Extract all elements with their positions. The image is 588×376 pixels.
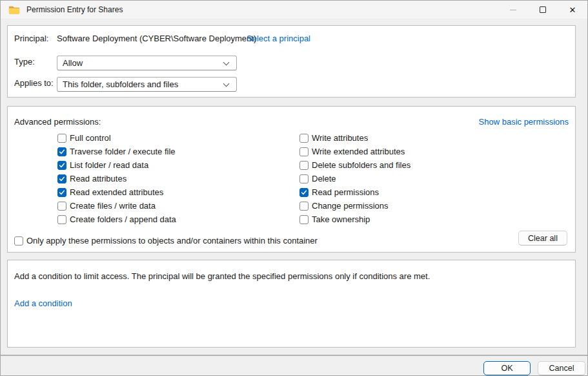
checkbox-unchecked-icon[interactable]	[299, 147, 309, 156]
permission-row[interactable]: Delete	[299, 172, 411, 185]
checkbox-checked-icon[interactable]	[57, 188, 66, 197]
permission-label: Read extended attributes	[70, 187, 163, 197]
chevron-down-icon	[223, 81, 230, 87]
checkbox-unchecked-icon[interactable]	[299, 215, 309, 224]
checkbox-unchecked-icon[interactable]	[57, 134, 66, 143]
add-condition-link[interactable]: Add a condition	[14, 298, 72, 308]
principal-value: Software Deployment (CYBER\Software Depl…	[57, 34, 256, 43]
permission-label: Take ownership	[312, 214, 370, 224]
permission-label: Delete subfolders and files	[312, 160, 411, 170]
show-basic-permissions-link[interactable]: Show basic permissions	[479, 117, 569, 127]
permission-label: Write attributes	[312, 133, 368, 143]
checkbox-checked-icon[interactable]	[299, 188, 309, 197]
only-apply-label: Only apply these permissions to objects …	[26, 236, 318, 245]
permission-row[interactable]: Create folders / append data	[57, 213, 176, 226]
permission-label: Create folders / append data	[70, 214, 176, 224]
permission-label: Write extended attributes	[312, 147, 405, 156]
permission-label: Change permissions	[312, 201, 389, 211]
only-apply-checkbox-row[interactable]: Only apply these permissions to objects …	[14, 234, 318, 247]
close-button[interactable]: ✕	[558, 1, 587, 19]
applies-to-dropdown[interactable]: This folder, subfolders and files	[57, 77, 237, 92]
maximize-icon	[540, 6, 546, 13]
close-icon: ✕	[569, 6, 576, 14]
permission-row[interactable]: List folder / read data	[57, 158, 176, 172]
principal-label: Principal:	[14, 34, 48, 43]
permission-row[interactable]: Write extended attributes	[299, 145, 411, 158]
permissions-right-column: Write attributesWrite extended attribute…	[299, 131, 411, 226]
ok-button[interactable]: OK	[483, 361, 531, 375]
permission-row[interactable]: Write attributes	[299, 131, 411, 145]
type-label: Type:	[14, 57, 35, 67]
minimize-icon	[510, 10, 516, 10]
checkbox-unchecked-icon[interactable]	[299, 174, 309, 183]
permission-label: List folder / read data	[70, 160, 148, 170]
permission-label: Create files / write data	[70, 201, 156, 211]
permission-row[interactable]: Take ownership	[299, 213, 411, 226]
permission-row[interactable]: Full control	[57, 131, 176, 145]
window-title: Permission Entry for Shares	[26, 5, 123, 14]
folder-icon	[8, 5, 20, 15]
permission-entry-dialog: Permission Entry for Shares ✕ Principal:…	[0, 0, 588, 376]
condition-description: Add a condition to limit access. The pri…	[14, 271, 430, 281]
cancel-button[interactable]: Cancel	[538, 361, 585, 375]
only-apply-checkbox[interactable]	[14, 236, 23, 245]
permission-row[interactable]: Read attributes	[57, 172, 176, 185]
permission-row[interactable]: Traverse folder / execute file	[57, 145, 176, 158]
checkbox-unchecked-icon[interactable]	[299, 202, 309, 211]
applies-to-label: Applies to:	[14, 78, 54, 88]
maximize-button[interactable]	[528, 1, 558, 19]
permission-row[interactable]: Change permissions	[299, 199, 411, 213]
permissions-left-column: Full controlTraverse folder / execute fi…	[57, 131, 176, 226]
permission-row[interactable]: Delete subfolders and files	[299, 158, 411, 172]
permission-label: Delete	[312, 174, 336, 183]
checkbox-checked-icon[interactable]	[57, 161, 66, 170]
permission-row[interactable]: Read extended attributes	[57, 185, 176, 199]
checkbox-checked-icon[interactable]	[57, 147, 66, 156]
advanced-permissions-panel: Advanced permissions: Show basic permiss…	[7, 106, 576, 253]
permission-label: Read attributes	[70, 174, 127, 183]
checkbox-unchecked-icon[interactable]	[57, 202, 66, 211]
checkbox-checked-icon[interactable]	[57, 174, 66, 183]
type-dropdown[interactable]: Allow	[57, 56, 237, 70]
checkbox-unchecked-icon[interactable]	[299, 134, 309, 143]
minimize-button[interactable]	[498, 1, 528, 19]
type-dropdown-value: Allow	[63, 58, 83, 68]
checkbox-unchecked-icon[interactable]	[299, 161, 309, 170]
title-bar: Permission Entry for Shares ✕	[1, 1, 587, 19]
permission-label: Full control	[70, 133, 111, 143]
permission-label: Read permissions	[312, 187, 379, 197]
advanced-permissions-header: Advanced permissions:	[14, 117, 101, 127]
chevron-down-icon	[223, 59, 230, 66]
condition-panel: Add a condition to limit access. The pri…	[7, 260, 576, 348]
principal-panel: Principal: Software Deployment (CYBER\So…	[7, 25, 576, 98]
applies-to-dropdown-value: This folder, subfolders and files	[63, 79, 178, 89]
checkbox-unchecked-icon[interactable]	[57, 215, 66, 224]
permission-label: Traverse folder / execute file	[70, 147, 176, 156]
permission-row[interactable]: Read permissions	[299, 185, 411, 199]
clear-all-button[interactable]: Clear all	[518, 231, 567, 245]
permission-row[interactable]: Create files / write data	[57, 199, 176, 213]
select-principal-link[interactable]: Select a principal	[247, 34, 310, 43]
